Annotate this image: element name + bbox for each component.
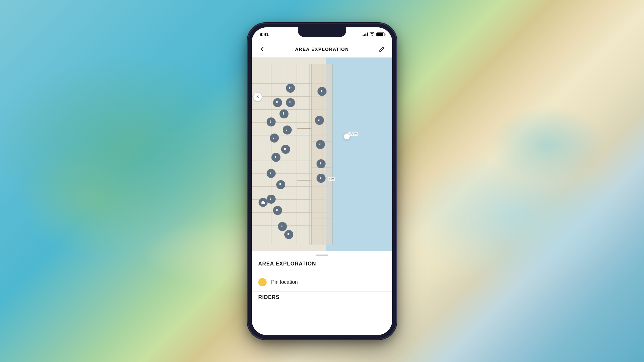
map-pin-3[interactable] <box>267 117 276 126</box>
wifi-icon <box>370 32 374 37</box>
svg-rect-28 <box>289 88 290 88</box>
pin-location-row[interactable]: Pin location <box>252 273 392 291</box>
page-title: AREA EXPLORATION <box>295 47 349 52</box>
panel-divider-2 <box>252 291 392 292</box>
map-pin-9[interactable] <box>267 169 276 178</box>
battery-icon <box>376 32 384 36</box>
map-pin-b1[interactable] <box>317 87 327 96</box>
map-pin-1[interactable] <box>286 84 295 93</box>
home-marker <box>259 198 268 207</box>
map-pin-10[interactable] <box>276 180 285 189</box>
status-icons <box>363 32 385 37</box>
map-pin-7[interactable] <box>271 153 280 162</box>
nav-header: AREA EXPLORATION <box>252 42 392 58</box>
power-button <box>396 85 397 104</box>
pin-dot-icon <box>258 278 267 286</box>
edit-button[interactable] <box>377 44 387 54</box>
bottom-panel: AREA EXPLORATION Pin location RIDERS <box>252 251 392 335</box>
map-pin-b4[interactable] <box>317 174 326 183</box>
map-pin-4[interactable] <box>279 109 289 118</box>
notch <box>298 27 346 37</box>
panel-section-title: AREA EXPLORATION <box>258 261 316 267</box>
map-pin-6[interactable] <box>283 125 292 135</box>
map-pin-15[interactable] <box>286 98 295 107</box>
panel-handle <box>316 255 328 256</box>
phone-frame: 9:41 <box>248 23 396 339</box>
distance-label-50: -50m <box>348 132 358 136</box>
map-pin-2[interactable] <box>273 98 282 107</box>
map-pin-b3[interactable] <box>316 140 325 149</box>
map-pin-5[interactable] <box>270 134 279 143</box>
phone-screen: 9:41 <box>252 27 392 335</box>
map-pin-11[interactable] <box>267 195 276 204</box>
map-pin-12[interactable] <box>273 206 282 215</box>
pin-location-label: Pin location <box>271 279 298 285</box>
riders-title: RIDERS <box>258 294 279 300</box>
map-pin-b2[interactable] <box>315 116 324 125</box>
map-pin-8[interactable] <box>281 145 290 154</box>
phone-shell: 9:41 <box>248 23 396 339</box>
status-time: 9:41 <box>260 32 269 37</box>
distance-label-0: 0m <box>328 177 335 181</box>
map-close-button[interactable]: ✕ <box>253 92 262 101</box>
map-pin-14[interactable] <box>284 230 293 239</box>
panel-divider-1 <box>252 271 392 271</box>
map-area[interactable]: ✕ <box>252 58 392 251</box>
map-pin-13[interactable] <box>278 222 287 231</box>
map-pin-b5[interactable] <box>317 159 326 168</box>
back-button[interactable] <box>257 44 267 54</box>
signal-icon <box>363 32 368 36</box>
